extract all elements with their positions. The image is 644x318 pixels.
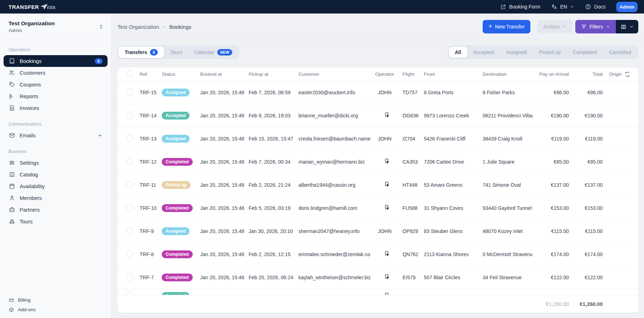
actions-button[interactable]: Actions [537,20,572,33]
logo-text-secondary: ista [47,4,55,10]
assign-operator-icon[interactable] [374,158,399,165]
column-header-pickup: Pickup at [245,71,295,77]
pay-on-arrival-cell: €85.00 [533,159,572,165]
ref-cell: TRF-9 [136,228,158,234]
from-cell: 83 Steuber Glens [420,228,479,234]
filters-button[interactable]: Filters [575,20,616,33]
tab-transfers[interactable]: Transfers6 [119,47,164,58]
filter-completed[interactable]: Completed [567,47,603,58]
language-selector[interactable]: EN [551,4,574,10]
total-cell: €153.00 [572,205,606,211]
row-checkbox[interactable] [126,204,133,211]
sidebar-item-emails[interactable]: Emails [4,129,108,141]
status-badge: Completed [162,204,193,212]
new-transfer-button[interactable]: + New Transfer [483,20,530,33]
destination-cell: 34 Feil Stravenue [479,275,533,280]
column-header-flight: Flight [399,71,420,77]
tab-badge: NEW [217,49,232,55]
table-row[interactable]: TRF-7CompletedJan 20, 2026, 15:48Feb 20,… [118,266,638,289]
operator-cell [370,158,399,166]
org-switcher[interactable]: Test Organization Admin [0,14,111,40]
tab-tours[interactable]: Tours [164,47,188,58]
breadcrumb-parent[interactable]: Test Organization [118,24,159,30]
assign-operator-icon[interactable] [374,181,399,188]
filter-picked-up[interactable]: Picked up [533,47,567,58]
row-checkbox[interactable] [126,292,133,295]
row-checkbox[interactable] [126,227,133,234]
sidebar-item-reports[interactable]: Reports [4,90,108,102]
select-all-checkbox[interactable] [126,70,133,77]
table-row[interactable]: TRF-8CompletedJan 20, 2026, 15:48Feb 2, … [118,243,638,266]
table-row[interactable]: TRF-11Picked upJan 20, 2026, 15:48Feb 2,… [118,174,638,197]
ref-cell: TRF-13 [136,136,158,142]
operator-cell [370,292,399,295]
sidebar-section-title: Communications [4,120,108,129]
row-checkbox[interactable] [126,274,133,281]
sidebar-item-tours[interactable]: Tours [4,216,108,227]
row-checkbox[interactable] [126,250,133,258]
row-checkbox[interactable] [126,135,133,142]
chevron-right-icon: › [163,24,165,30]
table-row[interactable]: TRF-10CompletedJan 20, 2026, 15:48Feb 5,… [118,197,638,220]
pay-on-arrival-cell: €122.00 [533,275,572,280]
status-cell: Assigned [158,89,197,96]
filter-all[interactable]: All [449,47,467,58]
total-cell: €174.00 [572,251,606,257]
filter-assigned[interactable]: Assigned [500,47,533,58]
row-checkbox[interactable] [126,89,133,96]
from-cell: 31 Shyann Coves [420,205,479,211]
table-row[interactable]: TRF-14AcceptedJan 20, 2026, 15:48Feb 9, … [118,104,638,127]
from-cell: 8 Greta Ports [420,90,479,95]
refresh-icon[interactable] [622,71,638,78]
sidebar-item-coupons[interactable]: Coupons [4,79,108,90]
app-logo[interactable]: TRANSFER ista [9,3,55,11]
people-icon [9,69,15,76]
status-cell: Accepted [158,112,197,120]
status-badge: Assigned [162,89,189,96]
table-row[interactable]: TRF-9AssignedJan 20, 2026, 15:48Jan 30, … [118,220,638,243]
table-row[interactable]: TRF-13AssignedJan 20, 2026, 15:48Feb 15,… [118,127,638,150]
row-checkbox[interactable] [126,181,133,188]
sidebar-item-catalog[interactable]: Catalog [4,169,108,180]
status-cell: Completed [158,204,197,212]
sidebar-item-availability[interactable]: Availability [4,180,108,192]
row-checkbox[interactable] [126,112,133,119]
sidebar-item-add-ons[interactable]: Add-ons [9,305,106,314]
status-badge: Accepted [162,292,189,295]
operator-cell [370,274,399,281]
filter-cancelled[interactable]: Cancelled [603,47,637,58]
sidebar-item-customers[interactable]: Customers [4,67,108,79]
flight-cell: IZ704 [399,136,420,142]
sidebar-item-invoices[interactable]: Invoices [4,102,108,114]
columns-icon [620,24,627,30]
booking-form-link[interactable]: Booking Form [500,4,540,10]
topbar: TRANSFER ista Booking Form EN Docs Admin [0,0,644,14]
assign-operator-icon[interactable] [374,204,399,211]
assign-operator-icon[interactable] [374,274,399,280]
status-filter-tabs: AllAcceptedAssignedPicked upCompletedCan… [448,46,638,59]
table-row-partial: Accepted [118,289,638,295]
column-header-poa: Pay on Arrival [533,71,572,77]
filter-accepted[interactable]: Accepted [467,47,500,58]
table-row[interactable]: TRF-15AssignedJan 20, 2026, 15:48Feb 7, … [118,81,638,104]
docs-link[interactable]: Docs [585,4,606,10]
sidebar-item-partners[interactable]: Partners [4,204,108,216]
sidebar-item-billing[interactable]: Billing [9,295,106,305]
sidebar-item-members[interactable]: Members [4,192,108,204]
operator-cell [370,112,399,120]
row-checkbox[interactable] [126,158,133,165]
user-menu-button[interactable]: Admin [616,2,638,12]
sidebar-item-bookings[interactable]: Bookings6 [4,55,108,67]
chevron-down-icon [629,25,634,29]
sidebar-item-settings[interactable]: Settings [4,157,108,169]
assign-operator-icon[interactable] [374,292,399,295]
flight-cell: CA353 [399,159,420,165]
destination-cell: 48070 Kozey Inlet [479,228,533,234]
total-cell: €85.00 [572,159,606,165]
row-checkbox-cell [118,250,136,259]
columns-view-button[interactable] [616,20,638,33]
tab-calendar[interactable]: CalendarNEW [188,47,238,58]
table-row[interactable]: TRF-12CompletedJan 20, 2026, 15:48Feb 7,… [118,150,638,174]
assign-operator-icon[interactable] [374,250,399,257]
assign-operator-icon[interactable] [374,112,399,118]
